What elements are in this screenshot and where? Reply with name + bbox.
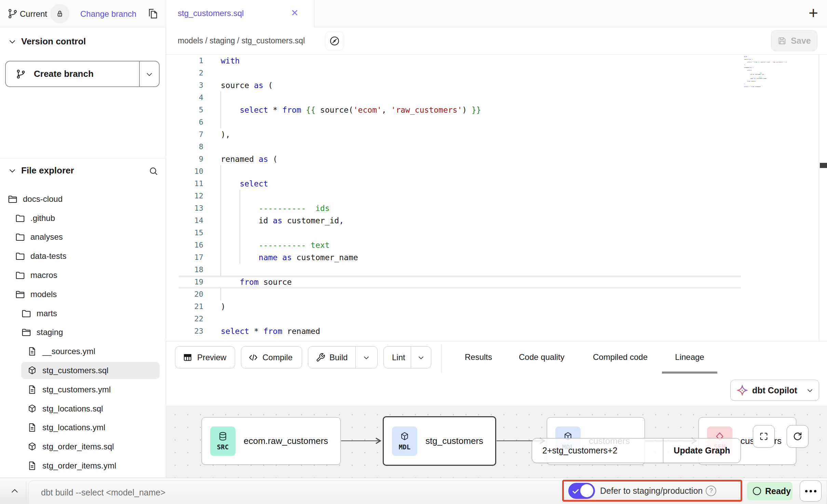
dot — [805, 490, 808, 492]
model-icon — [27, 404, 37, 414]
code-line-19: from source — [744, 81, 757, 82]
tree-item-analyses[interactable]: analyses — [0, 228, 166, 247]
help-icon[interactable]: ? — [706, 486, 716, 496]
tree-item--sources-yml[interactable]: __sources.yml — [0, 342, 166, 361]
code-line-22 — [221, 313, 481, 325]
tree-item-staging[interactable]: staging — [0, 323, 166, 342]
tree-item-docs-cloud[interactable]: docs-cloud — [0, 190, 166, 209]
close-icon[interactable]: ✕ — [291, 8, 299, 18]
current-branch-label: Current — [20, 9, 47, 19]
code-line-3: source as ( — [221, 79, 481, 92]
navigate-button[interactable] — [325, 31, 344, 51]
save-label: Save — [791, 36, 811, 46]
dot — [814, 490, 816, 492]
compile-button[interactable]: Compile — [241, 346, 302, 368]
tree-item-stg-customers-sql[interactable]: stg_customers.sql — [0, 361, 166, 380]
dbt-copilot-button[interactable]: dbt Copilot — [730, 380, 819, 401]
tab-bar: stg_customers.sql ✕ + — [166, 0, 827, 27]
build-dropdown[interactable] — [355, 347, 377, 368]
doc-icon — [27, 346, 37, 356]
selector-input[interactable]: 2+stg_customers+2 — [532, 446, 663, 456]
code-editor[interactable]: 1234567891011121314151617181920212223 wi… — [166, 55, 827, 341]
active-tab-underline — [662, 372, 717, 374]
breadcrumb-bar: models / staging / stg_customers.sql Sav… — [166, 27, 827, 55]
update-graph-button[interactable]: Update Graph — [663, 438, 741, 463]
code-line-6 — [221, 116, 481, 128]
refresh-button[interactable] — [787, 425, 809, 448]
code-line-15 — [221, 227, 481, 239]
copy-icon[interactable] — [147, 8, 159, 19]
source-badge: SRC — [210, 426, 235, 456]
tree-item-data-tests[interactable]: data-tests — [0, 247, 166, 266]
model-icon — [27, 442, 37, 452]
fullscreen-button[interactable] — [753, 425, 775, 448]
dot — [810, 490, 812, 492]
tab-compiled-code[interactable]: Compiled code — [593, 352, 648, 362]
tab-lineage[interactable]: Lineage — [675, 352, 704, 362]
new-tab-button[interactable]: + — [809, 3, 818, 23]
save-button[interactable]: Save — [771, 30, 817, 51]
preview-button[interactable]: Preview — [175, 346, 235, 368]
tree-item-label: marts — [37, 309, 57, 318]
tab-stg-customers-sql[interactable]: stg_customers.sql ✕ — [166, 0, 314, 27]
create-branch-button[interactable]: Create branch — [5, 61, 160, 87]
lineage-graph[interactable]: SRC ecom.raw_customers MDL stg_customers… — [166, 406, 827, 478]
tree-item-stg-order-items-sql[interactable]: stg_order_items.sql — [0, 437, 166, 456]
expand-panel-icon[interactable] — [10, 487, 19, 495]
tree-item-label: .github — [30, 213, 55, 223]
tab-code-quality[interactable]: Code quality — [519, 352, 564, 362]
code-line-17: name as customer_name — [744, 78, 757, 79]
tab-results[interactable]: Results — [465, 352, 492, 362]
change-branch-link[interactable]: Change branch — [80, 9, 136, 19]
divider — [441, 344, 442, 373]
tree-item-stg-locations-sql[interactable]: stg_locations.sql — [0, 399, 166, 418]
folder-icon — [15, 232, 25, 242]
tree-item-stg-locations-yml[interactable]: stg_locations.yml — [0, 418, 166, 437]
defer-toggle[interactable] — [568, 483, 595, 499]
folder-icon — [15, 213, 25, 223]
version-control-section[interactable]: Version control — [8, 36, 86, 47]
defer-label: Defer to staging/production — [600, 486, 703, 496]
tab-title: stg_customers.sql — [178, 9, 244, 18]
lineage-node-stg-customers[interactable]: MDL stg_customers — [383, 416, 496, 466]
lint-button[interactable]: Lint — [383, 346, 431, 368]
tree-item-label: stg_locations.yml — [42, 423, 105, 432]
sidebar: Current Change branch Version control Cr… — [0, 0, 166, 478]
tree-item--github[interactable]: .github — [0, 209, 166, 228]
status-ring-icon — [753, 487, 761, 495]
version-control-title: Version control — [21, 36, 86, 47]
minimap[interactable]: with source as ( select * from {{ source… — [744, 56, 820, 97]
tree-item-label: stg_order_items.yml — [42, 461, 116, 471]
refresh-icon — [792, 431, 803, 442]
tree-item-label: stg_customers.sql — [42, 366, 108, 375]
scrollbar-thumb[interactable] — [820, 163, 827, 168]
code-line-11: select — [221, 178, 481, 190]
tree-item-stg-order-items-yml[interactable]: stg_order_items.yml — [0, 456, 166, 475]
search-icon[interactable] — [148, 166, 159, 176]
file-explorer-section[interactable]: File explorer — [8, 165, 74, 176]
tree-item-models[interactable]: models — [0, 285, 166, 304]
tree-item-macros[interactable]: macros — [0, 266, 166, 285]
code-line-21: ) — [221, 300, 481, 313]
command-placeholder: dbt build --select <model_name> — [41, 488, 165, 498]
code-icon — [248, 352, 258, 363]
lint-dropdown[interactable] — [411, 347, 431, 368]
more-options-button[interactable] — [800, 480, 822, 502]
toggle-knob — [580, 484, 593, 497]
model-icon — [27, 365, 37, 376]
tree-item-stg-customers-yml[interactable]: stg_customers.yml — [0, 380, 166, 399]
lineage-node-source[interactable]: SRC ecom.raw_customers — [202, 417, 341, 465]
tree-item-label: stg_customers.yml — [42, 385, 111, 394]
file-tree: docs-cloud.githubanalysesdata-testsmacro… — [0, 190, 166, 475]
compass-icon — [329, 35, 340, 47]
preview-label: Preview — [197, 353, 226, 362]
code-line-9: renamed as ( — [221, 153, 481, 165]
wrench-icon — [316, 353, 325, 362]
create-branch-dropdown[interactable] — [139, 61, 159, 86]
code-content[interactable]: with source as ( select * from {{ source… — [221, 55, 481, 337]
build-button[interactable]: Build — [308, 346, 378, 368]
compile-label: Compile — [262, 353, 293, 362]
model-badge: MDL — [392, 426, 417, 456]
tree-item-marts[interactable]: marts — [0, 304, 166, 323]
tree-item-label: staging — [37, 327, 63, 337]
